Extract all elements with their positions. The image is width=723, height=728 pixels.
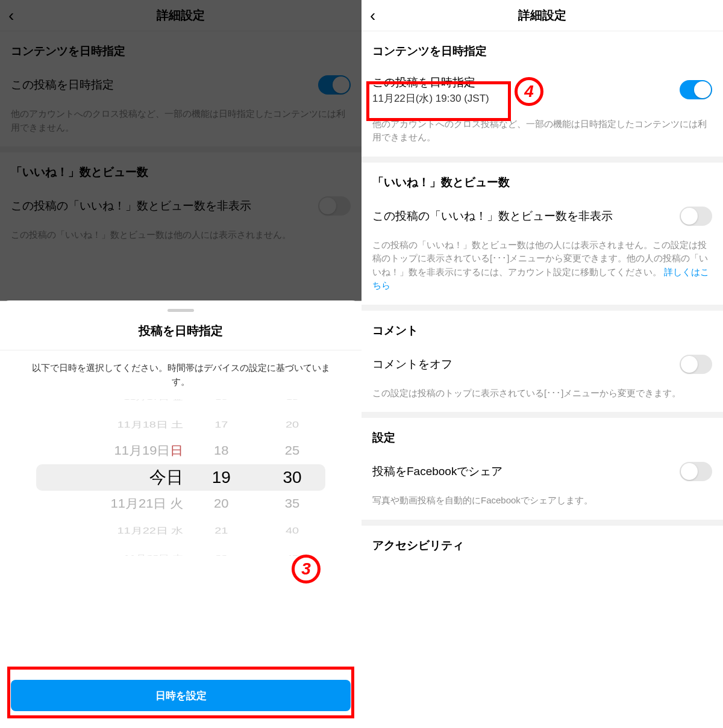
row-likes[interactable]: この投稿の「いいね！」数とビュー数を非表示 [362, 199, 723, 234]
divider [362, 305, 723, 311]
date-picker-sheet: 投稿を日時指定 以下で日時を選択してください。時間帯はデバイスの設定に基づいてい… [0, 300, 362, 728]
picker-date-item[interactable]: 11月22日 水 [36, 521, 183, 540]
screen-left: ‹ 詳細設定 コンテンツを日時指定 この投稿を日時指定 他のアカウントへのクロス… [0, 0, 362, 728]
picker-date-item[interactable]: 11月21日 火 [36, 492, 183, 516]
sheet-instruction: 以下で日時を選択してください。時間帯はデバイスの設定に基づいています。 [0, 350, 362, 394]
picker-hour-item[interactable]: 17 [188, 415, 254, 434]
schedule-toggle[interactable] [680, 80, 712, 99]
picker-date-item[interactable]: 11月23日 木 [36, 550, 183, 556]
divider [362, 412, 723, 418]
date-picker[interactable]: 11月17日 金 11月18日 土 11月19日 日 今日 11月21日 火 1… [36, 399, 325, 556]
picker-col-hour[interactable]: 16 17 18 19 20 21 22 [188, 399, 254, 556]
picker-min-item[interactable]: 15 [259, 399, 325, 405]
section-accessibility: アクセシビリティ [362, 526, 723, 562]
picker-hour-item[interactable]: 20 [188, 492, 254, 516]
page-title: 詳細設定 [0, 7, 362, 23]
section-schedule: コンテンツを日時指定 [0, 31, 362, 67]
picker-date-item[interactable]: 11月17日 金 [36, 399, 183, 405]
row-schedule[interactable]: この投稿を日時指定 [0, 67, 362, 102]
picker-date-item[interactable]: 11月19日 日 [36, 439, 183, 463]
likes-note-left: この投稿の「いいね！」数とビュー数は他の人には表示されません。 [0, 223, 362, 254]
comments-toggle[interactable] [680, 355, 712, 374]
picker-min-item[interactable]: 25 [259, 439, 325, 463]
picker-min-item[interactable]: 40 [259, 521, 325, 540]
section-schedule: コンテンツを日時指定 [362, 31, 723, 67]
picker-min-item[interactable]: 30 [259, 464, 325, 491]
comments-note: この設定は投稿のトップに表示されている[･･･]メニューから変更できます。 [362, 382, 723, 412]
picker-hour-item[interactable]: 22 [188, 550, 254, 556]
facebook-toggle[interactable] [680, 462, 712, 481]
back-icon[interactable]: ‹ [370, 6, 375, 25]
schedule-note: 他のアカウントへのクロス投稿など、一部の機能は日時指定したコンテンツには利用でき… [0, 102, 362, 146]
row-facebook[interactable]: 投稿をFacebookでシェア [362, 454, 723, 489]
divider [362, 157, 723, 163]
screen-right: ‹ 詳細設定 コンテンツを日時指定 この投稿を日時指定 11月22日(水) 19… [362, 0, 723, 728]
row-comments[interactable]: コメントをオフ [362, 347, 723, 382]
divider [362, 520, 723, 526]
picker-min-item[interactable]: 45 [259, 550, 325, 556]
back-icon[interactable]: ‹ [8, 6, 14, 25]
picker-hour-item[interactable]: 21 [188, 521, 254, 540]
picker-col-minute[interactable]: 15 20 25 30 35 40 45 [259, 399, 325, 556]
row-likes[interactable]: この投稿の「いいね！」数とビュー数を非表示 [0, 188, 362, 223]
sheet-title: 投稿を日時指定 [0, 323, 362, 350]
likes-toggle[interactable] [318, 196, 351, 216]
picker-hour-item[interactable]: 18 [188, 439, 254, 463]
annotation-circle-3: 3 [292, 555, 321, 583]
page-title: 詳細設定 [362, 7, 723, 23]
section-likes: 「いいね！」数とビュー数 [362, 163, 723, 199]
annotation-circle-4: 4 [515, 77, 543, 106]
picker-hour-item[interactable]: 16 [188, 399, 254, 405]
picker-hour-item[interactable]: 19 [188, 464, 254, 491]
section-settings: 設定 [362, 418, 723, 454]
likes-toggle[interactable] [680, 207, 712, 226]
header: ‹ 詳細設定 [0, 0, 362, 31]
section-likes: 「いいね！」数とビュー数 [0, 152, 362, 188]
picker-date-item[interactable]: 11月18日 土 [36, 415, 183, 434]
section-comments: コメント [362, 311, 723, 347]
likes-label: この投稿の「いいね！」数とビュー数を非表示 [11, 198, 318, 214]
annotation-box-3 [7, 667, 354, 718]
likes-label: この投稿の「いいね！」数とビュー数を非表示 [372, 208, 680, 224]
picker-min-item[interactable]: 20 [259, 415, 325, 434]
schedule-label: この投稿を日時指定 [11, 77, 318, 93]
likes-note: この投稿の「いいね！」数とビュー数は他の人には表示されません。この設定は投稿のト… [362, 234, 723, 305]
comments-label: コメントをオフ [372, 356, 680, 372]
picker-min-item[interactable]: 35 [259, 492, 325, 516]
header: ‹ 詳細設定 [362, 0, 723, 31]
schedule-toggle[interactable] [318, 75, 351, 95]
sheet-grabber[interactable] [167, 309, 194, 312]
facebook-note: 写真や動画投稿を自動的にFacebookでシェアします。 [362, 489, 723, 520]
annotation-box-4 [366, 81, 511, 121]
facebook-label: 投稿をFacebookでシェア [372, 464, 680, 479]
picker-date-item[interactable]: 今日 [36, 464, 183, 491]
picker-col-date[interactable]: 11月17日 金 11月18日 土 11月19日 日 今日 11月21日 火 1… [36, 399, 183, 556]
divider [0, 146, 362, 152]
